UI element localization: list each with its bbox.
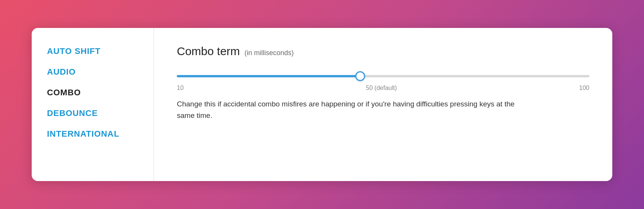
sidebar-item-audio[interactable]: AUDIO [47,67,138,77]
description-text: Change this if accidental combo misfires… [177,98,521,122]
slider-label-max: 100 [579,85,589,91]
sidebar-item-combo[interactable]: COMBO [47,88,138,98]
sidebar-item-auto-shift[interactable]: AUTO SHIFT [47,46,138,56]
settings-card: AUTO SHIFT AUDIO COMBO DEBOUNCE INTERNAT… [32,28,612,181]
sidebar: AUTO SHIFT AUDIO COMBO DEBOUNCE INTERNAT… [32,28,154,181]
section-title-subtitle: (in milliseconds) [244,49,294,57]
slider-thumb[interactable] [355,71,365,81]
slider-fill [177,75,360,77]
slider-label-mid: 50 (default) [366,85,397,91]
sidebar-item-debounce[interactable]: DEBOUNCE [47,108,138,118]
section-title: Combo term (in milliseconds) [177,45,589,58]
slider-track [177,75,589,77]
slider-labels: 10 50 (default) 100 [177,85,589,91]
main-content: Combo term (in milliseconds) 10 50 (defa… [154,28,612,181]
section-title-text: Combo term [177,45,240,58]
slider-label-min: 10 [177,85,184,91]
sidebar-item-international[interactable]: INTERNATIONAL [47,129,138,139]
slider-container: 10 50 (default) 100 [177,70,589,91]
slider-track-wrapper [177,70,589,82]
